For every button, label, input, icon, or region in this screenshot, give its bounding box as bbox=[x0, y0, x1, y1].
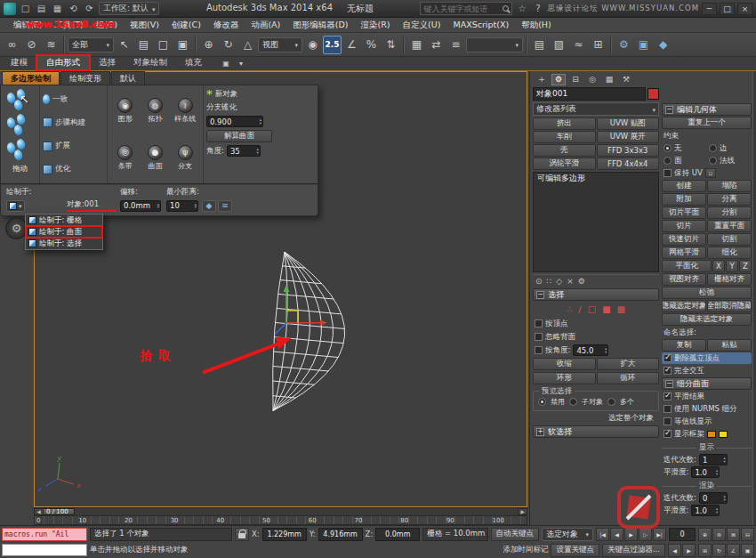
edit-geometry-button[interactable]: 分割 bbox=[707, 206, 752, 219]
edit-geometry-button[interactable]: 细化 bbox=[707, 247, 752, 259]
selected-filter-dropdown[interactable]: 选定对象 bbox=[542, 528, 593, 541]
menu-item[interactable]: 帮助(H) bbox=[515, 20, 558, 31]
maximize-button[interactable]: □ bbox=[720, 3, 735, 15]
menu-item[interactable]: 视图(V) bbox=[124, 20, 165, 31]
select-rotate-icon[interactable]: ↻ bbox=[219, 36, 237, 54]
edit-geometry-button[interactable]: 切片平面 bbox=[662, 206, 706, 219]
relax-button[interactable]: 松弛 bbox=[662, 287, 752, 299]
key-filters-button[interactable]: 关键点过滤器... bbox=[602, 544, 665, 557]
favorites-star-icon[interactable]: ☆ bbox=[515, 2, 528, 15]
edit-geometry-button[interactable]: 网格平滑 bbox=[662, 247, 706, 259]
search-input[interactable] bbox=[423, 4, 500, 13]
render-smoothness-spinner[interactable]: 1.0 bbox=[691, 505, 720, 516]
preserve-uv-settings-icon[interactable]: ▫ bbox=[705, 168, 716, 178]
help-icon[interactable]: ? bbox=[531, 2, 544, 15]
cage-color-swatch[interactable] bbox=[707, 431, 716, 438]
use-nurms-row[interactable]: 使用 NURMS 细分 bbox=[662, 403, 752, 415]
track-bar-ruler[interactable]: 0102030405060708090100 bbox=[34, 516, 527, 525]
menu-item-draw-on-selection[interactable]: 绘制于: 选择 bbox=[26, 238, 102, 249]
hierarchy-tab-icon[interactable]: ⊟ bbox=[568, 74, 583, 85]
edit-geometry-button[interactable]: 创建 bbox=[662, 180, 706, 192]
delete-isolated-vertices-row[interactable]: 删除孤立顶点 bbox=[662, 352, 752, 364]
display-tab-icon[interactable]: ▦ bbox=[602, 74, 616, 85]
ring-button[interactable]: 环形 bbox=[533, 372, 596, 384]
named-selection-sets-dropdown[interactable] bbox=[466, 37, 523, 53]
current-frame-field[interactable]: 0 bbox=[669, 528, 696, 541]
edit-geometry-button[interactable]: 附加 bbox=[662, 193, 706, 206]
motion-tab-icon[interactable]: ◎ bbox=[585, 74, 599, 85]
pan-view-icon[interactable]: ⊞ bbox=[698, 544, 712, 557]
window-crossing-icon[interactable]: ▣ bbox=[173, 36, 192, 54]
use-nurms-checkbox[interactable] bbox=[664, 405, 672, 413]
conform-tool[interactable]: 一致 bbox=[43, 94, 104, 105]
select-by-name-icon[interactable]: ▤ bbox=[134, 36, 153, 54]
constraint-face-radio[interactable] bbox=[664, 157, 672, 165]
ribbon-config-icon[interactable]: ▣ bbox=[220, 58, 232, 69]
draw-options-icon[interactable]: ◆ bbox=[202, 200, 216, 212]
cage-selected-color-swatch[interactable] bbox=[719, 431, 728, 438]
modifier-button[interactable]: UVW 贴图 bbox=[597, 117, 660, 130]
border-subobject-icon[interactable]: □ bbox=[588, 304, 596, 314]
selection-rollout-header[interactable]: 选择 bbox=[533, 288, 659, 301]
step-build-tool[interactable]: 步骤构建 bbox=[43, 117, 104, 128]
add-time-tag[interactable]: 添加时间标记 bbox=[503, 545, 548, 555]
workspace-dropdown[interactable]: 工作区: 默认 bbox=[99, 2, 159, 15]
isoline-display-checkbox[interactable] bbox=[664, 417, 672, 425]
render-setup-icon[interactable]: ⚙ bbox=[615, 36, 633, 54]
maxscript-listener-input[interactable] bbox=[2, 544, 87, 556]
percent-snap-icon[interactable]: % bbox=[362, 36, 381, 54]
min-distance-spinner[interactable]: 10 bbox=[166, 200, 198, 212]
spinner-arrows-icon[interactable] bbox=[157, 203, 159, 209]
smooth-result-row[interactable]: 平滑结果 bbox=[662, 391, 752, 402]
ribbon-collapse-icon[interactable]: ▾ bbox=[235, 58, 247, 69]
menu-item[interactable]: 创建(C) bbox=[165, 20, 207, 31]
menu-item[interactable]: 动画(A) bbox=[245, 20, 286, 31]
collapse-icon[interactable] bbox=[665, 106, 673, 114]
tab-populate[interactable]: 填充 bbox=[176, 56, 211, 70]
maxscript-mini-listener[interactable]: macros.run "Ail bbox=[2, 528, 87, 541]
command-panel-scrollbar[interactable] bbox=[752, 71, 756, 525]
by-angle-row[interactable]: 按角度:45.0 bbox=[533, 344, 659, 356]
constraint-edge-radio[interactable] bbox=[709, 144, 717, 152]
modifier-button[interactable]: 壳 bbox=[533, 144, 596, 157]
mirror-icon[interactable]: ⇄ bbox=[427, 36, 446, 54]
full-interactivity-checkbox[interactable] bbox=[664, 367, 672, 375]
loop-button[interactable]: 循环 bbox=[597, 372, 660, 384]
modifier-button[interactable]: 涡轮平滑 bbox=[533, 158, 596, 170]
subtab-defaults[interactable]: 默认 bbox=[111, 71, 145, 85]
ignore-backfacing-checkbox[interactable] bbox=[535, 333, 543, 341]
show-cage-row[interactable]: 显示框架 bbox=[662, 428, 752, 440]
constraint-edge[interactable]: 边 bbox=[707, 142, 752, 154]
optimize-tool[interactable]: 优化 bbox=[43, 164, 104, 174]
soft-selection-rollout-header[interactable]: 软选择 bbox=[533, 425, 659, 438]
x-coordinate-field[interactable]: 1.229mm bbox=[262, 528, 307, 541]
polygon-subobject-icon[interactable]: ■ bbox=[602, 304, 610, 314]
graphite-ribbon-icon[interactable]: ▧ bbox=[550, 36, 568, 54]
z-coordinate-field[interactable]: 0.0mm bbox=[375, 528, 420, 541]
make-planar-button[interactable]: 平面化 bbox=[662, 260, 712, 272]
tab-modeling[interactable]: 建模 bbox=[2, 56, 36, 70]
hide-selected-button[interactable]: 隐藏选定对象 bbox=[662, 300, 706, 312]
edit-geometry-button[interactable]: 重置平面 bbox=[707, 220, 752, 232]
angle-snap-icon[interactable]: ∠ bbox=[342, 36, 361, 54]
menu-item-draw-on-surface[interactable]: 绘制于: 曲面 bbox=[26, 226, 102, 238]
new-scene-icon[interactable]: □ bbox=[19, 2, 32, 15]
edit-named-sets-icon[interactable]: ▦ bbox=[407, 36, 426, 54]
orbit-view-icon[interactable]: ↻ bbox=[712, 544, 726, 557]
time-slider-track[interactable]: 0 / 100 ◀ ▶ bbox=[34, 507, 527, 516]
next-key-icon[interactable]: ▶ bbox=[682, 544, 696, 557]
vertex-subobject-icon[interactable]: ∴ bbox=[567, 304, 572, 314]
copy-button[interactable]: 复制 bbox=[662, 339, 706, 352]
open-file-icon[interactable]: ▤ bbox=[35, 2, 48, 15]
isoline-display-row[interactable]: 等值线显示 bbox=[662, 416, 752, 427]
spinner-snap-icon[interactable]: ⇅ bbox=[382, 36, 400, 54]
redo-icon[interactable]: ⟳ bbox=[83, 2, 96, 15]
hide-unselected-button[interactable]: 隐藏未选定对象 bbox=[662, 313, 752, 326]
modifier-button[interactable]: 车削 bbox=[533, 131, 596, 143]
modify-tab-icon[interactable]: ⚙ bbox=[551, 74, 566, 85]
grow-button[interactable]: 扩大 bbox=[597, 358, 660, 370]
spinner-arrows-icon[interactable] bbox=[724, 457, 726, 463]
full-interactivity-row[interactable]: 完全交互 bbox=[662, 365, 752, 376]
timeline-prev-icon[interactable]: ◀ bbox=[34, 508, 44, 515]
offset-spinner[interactable]: 0.0mm bbox=[120, 200, 161, 212]
